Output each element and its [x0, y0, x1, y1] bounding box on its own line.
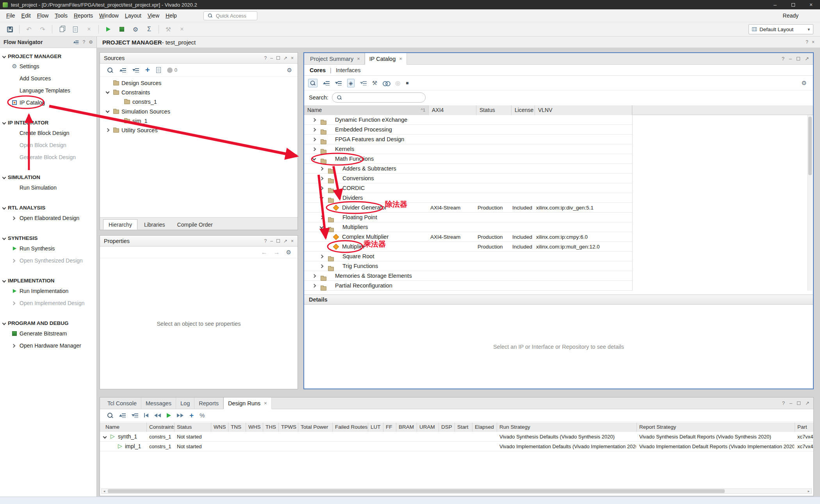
create-runs-icon[interactable]: + [189, 411, 194, 420]
column-header[interactable]: Status [175, 422, 211, 432]
vertical-scrollbar[interactable] [808, 115, 812, 291]
collapse-all-icon[interactable] [119, 68, 126, 73]
ip-row-partial-reconfiguration[interactable]: Partial Reconfiguration [304, 281, 632, 291]
nav-item-generate-block-design[interactable]: Generate Block Design [0, 152, 96, 163]
nav-item-run-simulation[interactable]: Run Simulation [0, 182, 96, 193]
ip-row-fpga-features[interactable]: FPGA Features and Design [304, 135, 632, 144]
add-repository-icon[interactable] [383, 81, 390, 85]
chevron-right-icon[interactable] [320, 186, 324, 190]
step-forward-icon[interactable] [177, 413, 184, 417]
float-icon[interactable]: ↗ [805, 400, 809, 406]
chevron-right-icon[interactable] [312, 128, 316, 132]
chevron-right-icon[interactable] [320, 167, 324, 171]
tree-item-constraints[interactable]: Constraints [100, 88, 150, 97]
ip-row-square-root[interactable]: Square Root [304, 252, 632, 261]
nav-item-open-synthesized-design[interactable]: Open Synthesized Design [0, 255, 96, 266]
stop-icon[interactable]: ■ [406, 80, 408, 86]
sum-icon[interactable]: Σ [145, 25, 153, 34]
ip-row-dividers[interactable]: Dividers [304, 193, 632, 203]
ip-row-multipliers[interactable]: Multipliers [304, 222, 632, 232]
tab-messages[interactable]: Messages [141, 398, 176, 409]
edit-icon[interactable]: ⚒ [164, 25, 173, 34]
quick-access-search[interactable]: Quick Access [203, 11, 257, 20]
subtab-cores[interactable]: Cores [310, 67, 326, 73]
column-header[interactable]: Start [455, 422, 472, 432]
gear-icon[interactable]: ⚙ [286, 249, 291, 256]
chevron-down-icon[interactable] [106, 90, 110, 94]
column-header[interactable]: BRAM [396, 422, 417, 432]
chevron-down-icon[interactable] [320, 196, 324, 200]
maximize-icon[interactable] [797, 401, 800, 405]
close-icon[interactable]: × [399, 56, 402, 62]
group-by-category-icon[interactable]: ◈ [347, 79, 355, 87]
expand-all-icon[interactable] [132, 68, 139, 73]
help-icon[interactable]: ? [782, 56, 784, 62]
nav-item-add-sources[interactable]: Add Sources [0, 73, 96, 84]
section-rtl-analysis[interactable]: RTL ANALYSIS [0, 202, 96, 213]
ip-row-embedded-processing[interactable]: Embedded Processing [304, 125, 632, 135]
ip-row-cordic[interactable]: CORDIC [304, 183, 632, 193]
nav-item-run-implementation[interactable]: Run Implementation [0, 286, 96, 296]
scroll-left-icon[interactable]: ◂ [102, 489, 107, 493]
nav-item-generate-bitstream[interactable]: Generate Bitstream [0, 328, 96, 339]
section-project-manager[interactable]: PROJECT MANAGER [0, 51, 96, 62]
run-row-impl-1[interactable]: ▷ impl_1 constrs_1 Not started Vivado Im… [100, 442, 813, 451]
ip-row-floating-point[interactable]: Floating Point [304, 213, 632, 222]
nav-item-ip-catalog[interactable]: IP Catalog [0, 97, 96, 108]
copy-icon[interactable] [57, 25, 66, 34]
column-header-license[interactable]: License [512, 105, 535, 115]
run-row-synth-1[interactable]: ▷ synth_1 constrs_1 Not started Vivado S… [100, 432, 813, 442]
close-button[interactable]: × [802, 0, 820, 9]
tab-project-summary[interactable]: Project Summary× [306, 53, 365, 64]
expand-all-icon[interactable] [335, 81, 342, 85]
target-icon[interactable]: ◎ [395, 80, 400, 87]
settings-icon[interactable]: ⚙ [131, 25, 140, 34]
column-header[interactable]: Elapsed [472, 422, 497, 432]
float-icon[interactable]: ↗ [283, 238, 287, 244]
help-icon[interactable]: ? [782, 400, 785, 406]
step-back-icon[interactable] [154, 413, 161, 417]
search-icon[interactable] [107, 67, 113, 73]
forward-icon[interactable]: → [274, 249, 280, 256]
minimize-button[interactable]: – [766, 0, 784, 9]
maximize-button[interactable] [784, 0, 802, 9]
properties-panel-header[interactable]: Properties ? – ↗ × [100, 236, 298, 247]
column-header[interactable]: WNS [211, 422, 228, 432]
tree-item-design-sources[interactable]: Design Sources [100, 78, 161, 88]
column-header[interactable]: WHS [246, 422, 263, 432]
add-sources-icon[interactable]: + [145, 66, 150, 75]
help-icon[interactable]: ? [264, 55, 267, 61]
nav-item-language-templates[interactable]: Language Templates [0, 85, 96, 96]
ip-search-input[interactable] [345, 95, 411, 101]
tab-log[interactable]: Log [176, 398, 194, 409]
back-icon[interactable]: ← [261, 249, 267, 256]
chevron-right-icon[interactable] [106, 128, 110, 132]
section-program-and-debug[interactable]: PROGRAM AND DEBUG [0, 318, 96, 328]
menu-flow[interactable]: Flow [34, 12, 52, 19]
cancel-icon[interactable]: × [178, 25, 186, 34]
subtab-interfaces[interactable]: Interfaces [336, 67, 361, 73]
section-simulation[interactable]: SIMULATION [0, 172, 96, 183]
menu-help[interactable]: Help [162, 12, 180, 19]
chevron-right-icon[interactable] [312, 118, 316, 122]
gear-icon[interactable]: ⚙ [802, 80, 807, 87]
search-icon[interactable] [107, 412, 113, 419]
first-run-icon[interactable] [144, 413, 148, 417]
tab-compile-order[interactable]: Compile Order [172, 219, 218, 230]
chevron-right-icon[interactable] [320, 264, 324, 268]
menu-window[interactable]: Window [96, 12, 122, 19]
tree-item-simulation-sources[interactable]: Simulation Sources [100, 107, 170, 116]
nav-item-settings[interactable]: ⚙Settings [0, 61, 96, 72]
menu-file[interactable]: File [3, 12, 18, 19]
collapse-all-icon[interactable] [323, 81, 330, 85]
maximize-icon[interactable] [276, 239, 280, 243]
minimize-icon[interactable]: – [270, 238, 273, 244]
nav-item-open-elaborated-design[interactable]: Open Elaborated Design [0, 213, 96, 224]
column-header[interactable]: FF [383, 422, 396, 432]
ip-search-box[interactable] [332, 92, 426, 103]
scrollbar-thumb[interactable] [808, 117, 812, 175]
chevron-right-icon[interactable] [312, 138, 316, 142]
ip-row-conversions[interactable]: Conversions [304, 174, 632, 183]
tab-reports[interactable]: Reports [194, 398, 223, 409]
save-icon[interactable] [5, 25, 14, 34]
